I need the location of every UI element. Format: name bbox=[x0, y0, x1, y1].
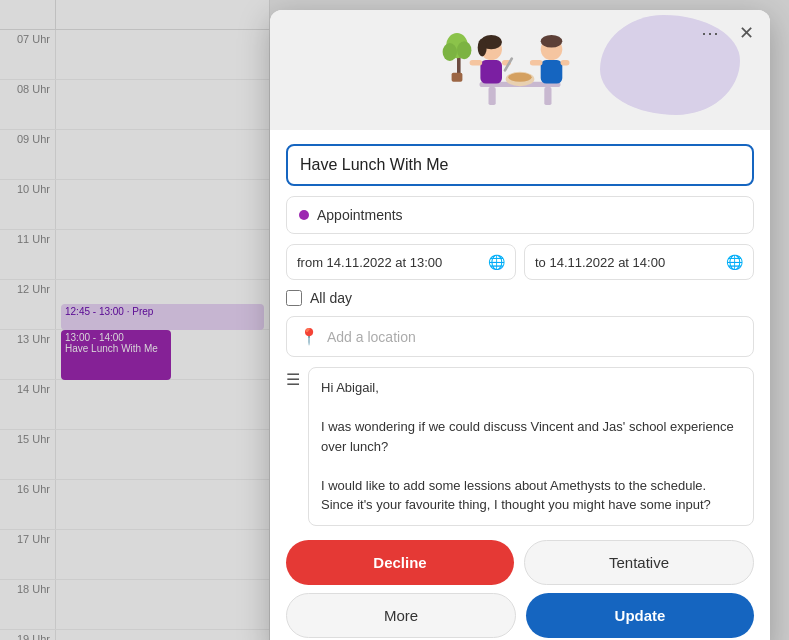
location-icon: 📍 bbox=[299, 327, 319, 346]
description-text[interactable]: Hi Abigail, I was wondering if we could … bbox=[308, 367, 754, 526]
allday-checkbox[interactable] bbox=[286, 290, 302, 306]
primary-actions-row: Decline Tentative bbox=[286, 540, 754, 585]
date-to-field[interactable]: to 14.11.2022 at 14:00 🌐 bbox=[524, 244, 754, 280]
event-detail-modal: ⋯ ✕ bbox=[270, 10, 770, 640]
date-from-field[interactable]: from 14.11.2022 at 13:00 🌐 bbox=[286, 244, 516, 280]
location-row[interactable]: 📍 Add a location bbox=[286, 316, 754, 357]
svg-rect-2 bbox=[544, 87, 551, 105]
decline-button[interactable]: Decline bbox=[286, 540, 514, 585]
more-button[interactable]: More bbox=[286, 593, 516, 638]
datetime-row: from 14.11.2022 at 13:00 🌐 to 14.11.2022… bbox=[286, 244, 754, 280]
modal-illustration: ⋯ ✕ bbox=[270, 10, 770, 130]
svg-rect-20 bbox=[530, 60, 543, 65]
svg-rect-19 bbox=[541, 60, 563, 83]
svg-point-4 bbox=[508, 73, 531, 82]
calendar-label-row: Appointments bbox=[286, 196, 754, 234]
svg-point-18 bbox=[541, 35, 563, 48]
svg-point-14 bbox=[443, 43, 457, 61]
svg-point-15 bbox=[457, 41, 471, 59]
svg-point-7 bbox=[478, 39, 487, 57]
allday-label[interactable]: All day bbox=[310, 290, 352, 306]
timezone-to-icon: 🌐 bbox=[726, 254, 743, 270]
date-to-label: to 14.11.2022 at 14:00 bbox=[535, 255, 665, 270]
secondary-actions-row: More Update bbox=[286, 593, 754, 638]
lunch-illustration bbox=[430, 15, 610, 125]
svg-rect-21 bbox=[561, 60, 570, 65]
event-title-input[interactable] bbox=[286, 144, 754, 186]
calendar-color-dot bbox=[299, 210, 309, 220]
description-icon: ☰ bbox=[286, 370, 300, 389]
calendar-name-label: Appointments bbox=[317, 207, 403, 223]
svg-rect-8 bbox=[480, 60, 502, 83]
tentative-button[interactable]: Tentative bbox=[524, 540, 754, 585]
modal-body: Appointments from 14.11.2022 at 13:00 🌐 … bbox=[270, 130, 770, 640]
modal-top-actions: ⋯ ✕ bbox=[695, 20, 760, 46]
more-options-button[interactable]: ⋯ bbox=[695, 20, 725, 46]
svg-rect-9 bbox=[470, 60, 483, 65]
allday-row: All day bbox=[286, 290, 754, 306]
timezone-from-icon: 🌐 bbox=[488, 254, 505, 270]
svg-rect-16 bbox=[452, 73, 463, 82]
date-from-label: from 14.11.2022 at 13:00 bbox=[297, 255, 442, 270]
description-row: ☰ Hi Abigail, I was wondering if we coul… bbox=[286, 367, 754, 526]
svg-rect-1 bbox=[489, 87, 496, 105]
update-button[interactable]: Update bbox=[526, 593, 754, 638]
location-input[interactable]: Add a location bbox=[327, 329, 741, 345]
close-button[interactable]: ✕ bbox=[733, 20, 760, 46]
